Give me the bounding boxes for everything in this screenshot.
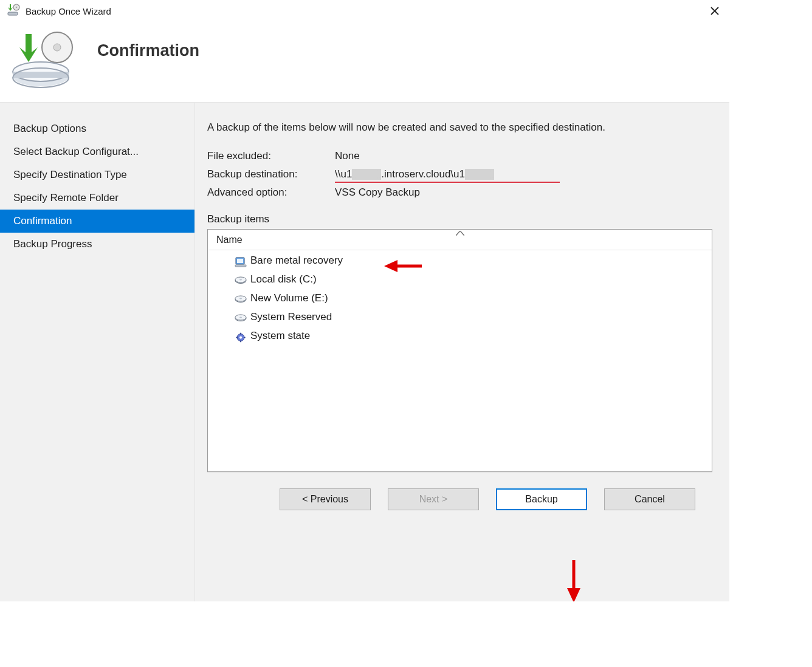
list-item-label: Bare metal recovery (250, 252, 343, 270)
annotation-underline (335, 182, 560, 183)
cancel-button[interactable]: Cancel (604, 488, 695, 510)
sidebar-item-specify-remote-folder[interactable]: Specify Remote Folder (0, 186, 194, 210)
backup-destination-value: \\u1.introserv.cloud\u1 (335, 168, 560, 180)
svg-point-19 (239, 298, 242, 299)
advanced-option-row: Advanced option: VSS Copy Backup (207, 186, 712, 199)
svg-rect-12 (237, 259, 243, 263)
close-button[interactable] (706, 2, 723, 19)
gear-icon (235, 331, 247, 341)
main-panel: A backup of the items below will now be … (194, 103, 729, 601)
body: Backup Options Select Backup Configurat.… (0, 102, 729, 601)
svg-point-24 (239, 336, 242, 338)
svg-rect-13 (235, 265, 246, 267)
sidebar-item-backup-progress[interactable]: Backup Progress (0, 233, 194, 256)
backup-items-list[interactable]: Name Bare metal recovery (207, 229, 712, 472)
list-item-label: System state (250, 327, 310, 345)
annotation-arrow-icon (564, 560, 583, 601)
list-item[interactable]: System state (208, 327, 712, 346)
svg-rect-2 (8, 12, 18, 15)
page-header: Confirmation (0, 22, 729, 102)
list-item[interactable]: Local disk (C:) (208, 270, 712, 289)
page-icon (7, 29, 80, 84)
svg-point-1 (16, 6, 18, 8)
close-icon (710, 6, 720, 16)
list-item[interactable]: New Volume (E:) (208, 289, 712, 308)
column-header-name[interactable]: Name (208, 230, 712, 250)
svg-point-22 (239, 316, 242, 318)
redacted-segment (465, 169, 494, 180)
svg-rect-9 (13, 72, 69, 78)
instructions-text: A backup of the items below will now be … (207, 120, 712, 135)
page-title: Confirmation (97, 41, 199, 60)
footer: < Previous Next > Backup Cancel (207, 472, 712, 525)
svg-point-6 (53, 44, 61, 51)
previous-button[interactable]: < Previous (280, 488, 371, 510)
svg-point-16 (239, 279, 242, 281)
sidebar-item-backup-options[interactable]: Backup Options (0, 117, 194, 140)
backup-button[interactable]: Backup (496, 488, 587, 510)
disk-icon (235, 293, 247, 304)
disk-icon (235, 275, 247, 285)
advanced-option-value: VSS Copy Backup (335, 186, 712, 199)
backup-destination-row: Backup destination: \\u1.introserv.cloud… (207, 168, 712, 180)
list-item[interactable]: System Reserved (208, 308, 712, 327)
list-item[interactable]: Bare metal recovery (208, 251, 712, 270)
backup-items-label: Backup items (207, 213, 712, 225)
file-excluded-row: File excluded: None (207, 150, 712, 162)
advanced-option-label: Advanced option: (207, 186, 335, 199)
list-item-label: Local disk (C:) (250, 271, 317, 289)
window-title: Backup Once Wizard (26, 6, 111, 16)
redacted-segment (352, 169, 381, 180)
file-excluded-value: None (335, 150, 712, 162)
sort-caret-icon (456, 231, 464, 236)
next-button: Next > (388, 488, 479, 510)
titlebar: Backup Once Wizard (0, 0, 729, 22)
disk-icon (235, 312, 247, 323)
list-item-label: New Volume (E:) (250, 290, 328, 307)
file-excluded-label: File excluded: (207, 150, 335, 162)
sidebar-item-confirmation[interactable]: Confirmation (0, 210, 194, 233)
sidebar-item-select-backup-config[interactable]: Select Backup Configurat... (0, 140, 194, 163)
svg-marker-32 (567, 588, 580, 601)
list-item-label: System Reserved (250, 309, 332, 326)
app-icon (6, 3, 21, 19)
computer-icon (235, 256, 247, 266)
backup-destination-label: Backup destination: (207, 168, 335, 180)
sidebar-item-specify-destination-type[interactable]: Specify Destination Type (0, 163, 194, 186)
list-rows: Bare metal recovery Local disk (C:) New … (208, 250, 712, 346)
wizard-window: Backup Once Wizard Confirmation (0, 0, 729, 601)
wizard-steps-sidebar: Backup Options Select Backup Configurat.… (0, 103, 194, 601)
